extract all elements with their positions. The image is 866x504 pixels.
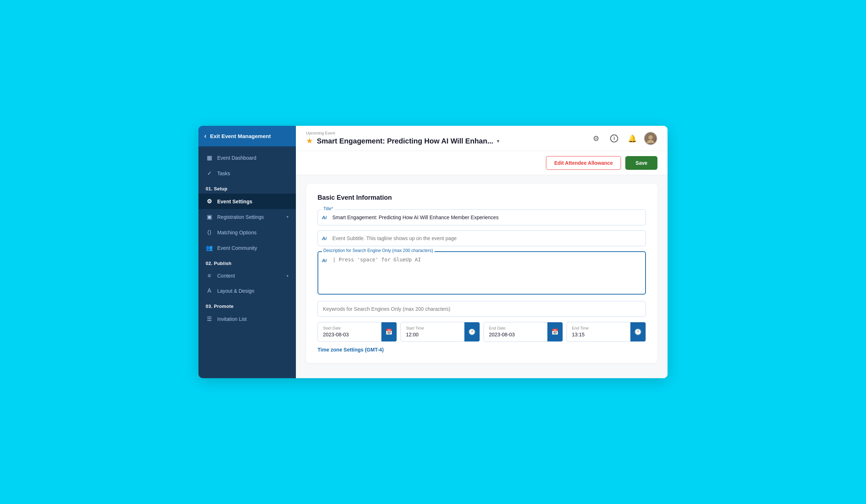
- gear-button[interactable]: ⚙: [590, 132, 603, 145]
- upcoming-event-label: Upcoming Event: [306, 131, 499, 135]
- end-time-clock-button[interactable]: 🕐: [630, 322, 646, 341]
- invitation-icon: ☰: [206, 315, 213, 322]
- start-date-calendar-button[interactable]: 📅: [381, 322, 397, 341]
- start-date-value: 2023-08-03: [323, 332, 349, 337]
- clock-icon: 🕐: [468, 328, 476, 335]
- section-header-setup: 01. Setup: [198, 181, 296, 194]
- description-label: Description for Search Engine Only (max …: [322, 248, 434, 253]
- chevron-right-icon: ▾: [287, 215, 289, 219]
- end-time-value: 13:15: [572, 332, 585, 337]
- exit-label: Exit Event Management: [210, 133, 271, 139]
- keywords-input[interactable]: [318, 301, 646, 317]
- start-time-field: Start Time 12:00 🕐: [401, 322, 480, 342]
- sidebar-item-tasks[interactable]: ✓ Tasks: [198, 165, 296, 181]
- end-date-field: End Date 2023-08-03 📅: [484, 322, 563, 342]
- layout-icon: A: [206, 288, 213, 294]
- star-icon[interactable]: ★: [306, 136, 313, 146]
- avatar-image: [644, 132, 657, 145]
- start-date-label: Start Date: [323, 326, 380, 330]
- ai-icon-description: Ai: [322, 258, 327, 263]
- sidebar-item-label: Matching Options: [217, 230, 257, 235]
- chevron-left-icon: ‹: [204, 132, 206, 140]
- sidebar-item-layout-design[interactable]: A Layout & Design: [198, 283, 296, 299]
- app-container: ‹ Exit Event Management ▦ Event Dashboar…: [198, 126, 668, 378]
- chevron-down-icon[interactable]: ▾: [497, 138, 499, 144]
- end-date-value: 2023-08-03: [489, 332, 515, 337]
- toolbar: Edit Attendee Allowance Save: [296, 151, 668, 175]
- bell-button[interactable]: 🔔: [626, 132, 639, 145]
- dashboard-icon: ▦: [206, 154, 213, 161]
- settings-icon: ⚙: [206, 198, 213, 205]
- end-date-label: End Date: [489, 326, 546, 330]
- timezone-link[interactable]: Time zone Settings (GMT-4): [318, 347, 384, 353]
- section-header-promote: 03. Promote: [198, 299, 296, 311]
- end-time-field: End Time 13:15 🕐: [567, 322, 646, 342]
- main-content: Upcoming Event ★ Smart Engagement: Predi…: [296, 126, 668, 378]
- sidebar-item-label: Registration Settings: [217, 214, 264, 220]
- info-icon: i: [610, 134, 618, 142]
- end-time-label: End Time: [572, 326, 629, 330]
- user-avatar[interactable]: [644, 132, 657, 145]
- end-date-calendar-button[interactable]: 📅: [547, 322, 563, 341]
- subtitle-input[interactable]: [318, 230, 646, 246]
- ai-icon-title: Ai: [322, 215, 327, 220]
- bell-icon: 🔔: [628, 134, 637, 143]
- start-time-clock-button[interactable]: 🕐: [464, 322, 480, 341]
- sidebar-item-content[interactable]: ≡ Content ▾: [198, 268, 296, 283]
- community-icon: 👥: [206, 244, 213, 251]
- sidebar-item-label: Layout & Design: [217, 288, 254, 294]
- title-field: Title* Ai: [318, 209, 646, 225]
- sidebar-nav: ▦ Event Dashboard ✓ Tasks 01. Setup ⚙ Ev…: [198, 146, 296, 378]
- sidebar-item-event-dashboard[interactable]: ▦ Event Dashboard: [198, 150, 296, 165]
- info-button[interactable]: i: [608, 132, 621, 145]
- exit-event-management-button[interactable]: ‹ Exit Event Management: [198, 126, 296, 146]
- sidebar-item-registration-settings[interactable]: ▣ Registration Settings ▾: [198, 209, 296, 225]
- edit-attendee-allowance-button[interactable]: Edit Attendee Allowance: [546, 156, 621, 170]
- svg-point-1: [647, 140, 654, 143]
- header: Upcoming Event ★ Smart Engagement: Predi…: [296, 126, 668, 151]
- form-area: Basic Event Information Title* Ai Ai Des…: [296, 175, 668, 378]
- sidebar-item-event-settings[interactable]: ⚙ Event Settings: [198, 194, 296, 209]
- form-card: Basic Event Information Title* Ai Ai Des…: [306, 184, 657, 363]
- description-field: Description for Search Engine Only (max …: [318, 251, 646, 296]
- save-button[interactable]: Save: [625, 156, 657, 170]
- description-textarea[interactable]: [318, 251, 646, 295]
- sidebar: ‹ Exit Event Management ▦ Event Dashboar…: [198, 126, 296, 378]
- subtitle-field: Ai: [318, 230, 646, 246]
- start-time-value: 12:00: [406, 332, 419, 337]
- registration-icon: ▣: [206, 213, 213, 220]
- title-label: Title*: [322, 206, 334, 211]
- sidebar-item-label: Tasks: [217, 171, 230, 176]
- chevron-right-icon: ▾: [287, 274, 289, 278]
- sidebar-item-matching-options[interactable]: ⟨⟩ Matching Options: [198, 225, 296, 240]
- gear-icon: ⚙: [593, 134, 599, 143]
- title-input[interactable]: [318, 209, 646, 225]
- section-header-publish: 02. Publish: [198, 256, 296, 268]
- sidebar-item-label: Event Community: [217, 245, 257, 251]
- svg-point-0: [648, 135, 653, 140]
- tasks-icon: ✓: [206, 170, 213, 177]
- sidebar-item-label: Event Dashboard: [217, 155, 256, 161]
- keywords-field: [318, 301, 646, 317]
- section-title: Basic Event Information: [318, 194, 646, 202]
- start-date-field: Start Date 2023-08-03 📅: [318, 322, 397, 342]
- sidebar-item-label: Event Settings: [217, 199, 252, 204]
- matching-icon: ⟨⟩: [206, 229, 213, 236]
- calendar-icon: 📅: [551, 328, 559, 335]
- sidebar-item-label: Content: [217, 273, 235, 279]
- sidebar-item-label: Invitation List: [217, 316, 247, 322]
- start-time-label: Start Time: [406, 326, 463, 330]
- calendar-icon: 📅: [385, 328, 393, 335]
- sidebar-item-event-community[interactable]: 👥 Event Community: [198, 240, 296, 256]
- ai-icon-subtitle: Ai: [322, 236, 327, 241]
- event-title: Smart Engagement: Predicting How AI Will…: [317, 137, 493, 145]
- datetime-row: Start Date 2023-08-03 📅 Start Time 12:00…: [318, 322, 646, 342]
- clock-icon: 🕐: [634, 328, 642, 335]
- content-icon: ≡: [206, 273, 213, 279]
- sidebar-item-invitation-list[interactable]: ☰ Invitation List: [198, 311, 296, 327]
